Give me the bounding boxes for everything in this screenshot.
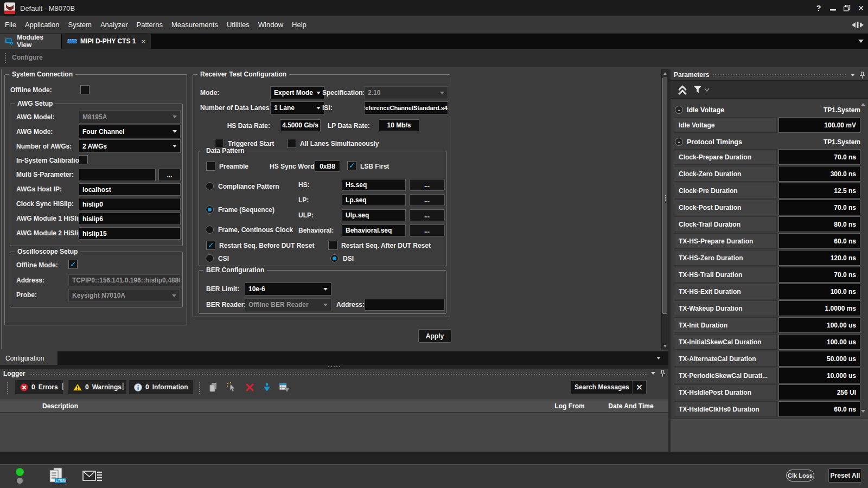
collapse-group-icon[interactable]: ▴ (675, 106, 683, 114)
parameter-value-field[interactable]: 12.5 ns (778, 183, 860, 198)
autoscroll-button[interactable] (261, 381, 273, 393)
awgs-host-ip-field[interactable]: localhost (79, 183, 181, 196)
main-vertical-scrollbar[interactable] (661, 69, 668, 350)
scrollbar-thumb[interactable] (662, 78, 667, 314)
parameter-value-field[interactable]: 256 UI (778, 384, 860, 400)
bottom-tab-chevron-icon[interactable] (656, 357, 661, 359)
in-system-cal-checkbox[interactable] (79, 155, 88, 164)
split-view-icon[interactable] (852, 22, 864, 30)
hs-data-rate-field[interactable]: 4.5000 Gb/s (280, 119, 321, 131)
clear-log-button[interactable] (244, 381, 256, 393)
panel-menu-chevron-icon[interactable] (651, 372, 655, 375)
parameter-value-field[interactable]: 70.0 ns (778, 200, 860, 215)
awg-model-select[interactable]: M8195A (79, 110, 181, 124)
configure-button[interactable]: Configure (12, 54, 43, 61)
errors-filter-button[interactable]: 0 Errors (15, 380, 63, 394)
multi-sparam-browse-button[interactable]: ... (158, 169, 181, 181)
awg-module1-hislip-field[interactable]: hislip6 (79, 213, 181, 225)
scroll-up-icon[interactable] (663, 72, 667, 75)
parameter-value-field[interactable]: 70.0 ns (778, 149, 860, 165)
parameter-value-field[interactable]: 100.00 mV (778, 117, 860, 133)
parameter-value-field[interactable]: 1.0000 ms (778, 300, 860, 316)
parameter-value-field[interactable]: 70.0 ns (778, 267, 860, 282)
warnings-filter-button[interactable]: 0 Warnings (68, 380, 126, 394)
ber-address-field[interactable] (365, 299, 445, 311)
menu-item-help[interactable]: Help (288, 16, 311, 33)
parameter-value-field[interactable]: 60.0 ns (778, 401, 860, 417)
apply-button[interactable]: Apply (418, 329, 451, 343)
pin-icon[interactable] (860, 72, 865, 79)
ulp-seq-browse-button[interactable]: ... (409, 209, 445, 221)
toolbar-grip-icon[interactable] (199, 382, 201, 394)
awg-module2-hislip-field[interactable]: hislip15 (79, 227, 181, 240)
ber-limit-select[interactable]: 10e-6 (245, 282, 331, 296)
close-button[interactable]: ✕ (854, 0, 868, 16)
num-awgs-select[interactable]: 2 AWGs (79, 139, 181, 153)
menu-item-window[interactable]: Window (254, 16, 288, 33)
menu-item-utilities[interactable]: Utilities (222, 16, 254, 33)
awg-mode-select[interactable]: Four Channel (79, 125, 181, 138)
compliance-pattern-radio[interactable] (206, 182, 214, 190)
parameter-value-field[interactable]: 120.0 ns (778, 250, 860, 266)
preamble-checkbox[interactable] (206, 162, 215, 171)
column-date-and-time[interactable]: Date And Time (601, 402, 661, 410)
dsi-radio[interactable] (330, 254, 339, 262)
parameter-value-field[interactable]: 100.0 ns (778, 284, 860, 299)
tab-overflow-chevron-icon[interactable] (858, 40, 864, 43)
offline-mode-checkbox[interactable] (80, 85, 90, 94)
params-scroll-down-icon[interactable] (861, 410, 865, 413)
hs-sync-word-field[interactable]: 0xB8 (315, 160, 340, 172)
parameter-value-field[interactable]: 50.000 us (778, 351, 860, 367)
menu-item-application[interactable]: Application (21, 16, 64, 33)
panel-menu-chevron-icon[interactable] (851, 74, 855, 76)
lsb-first-checkbox[interactable] (347, 161, 356, 170)
menu-item-system[interactable]: System (64, 16, 96, 33)
parameter-value-field[interactable]: 60.0 ns (778, 233, 860, 249)
column-description[interactable]: Description (42, 402, 78, 410)
parameter-value-field[interactable]: 10.000 us (778, 368, 860, 383)
lp-seq-field[interactable]: Lp.seq (342, 194, 406, 206)
csi-radio[interactable] (206, 254, 214, 262)
search-clear-icon[interactable]: ✕ (632, 381, 646, 394)
help-button[interactable]: ? (812, 0, 826, 16)
tab-configuration[interactable]: Configuration (0, 351, 58, 365)
tab-mipi-dphy-cts[interactable]: MIPI D-PHY CTS 1 × (62, 34, 151, 49)
tab-close-icon[interactable]: × (141, 37, 145, 46)
copy-message-button[interactable] (207, 381, 219, 393)
mode-select[interactable]: Expert Mode (270, 86, 324, 99)
isi-field[interactable]: ReferenceChannelStandard.s4p (364, 101, 448, 114)
menu-item-patterns[interactable]: Patterns (132, 16, 167, 33)
behavioral-seq-browse-button[interactable]: ... (409, 224, 445, 236)
column-chooser-button[interactable] (278, 381, 290, 393)
osc-address-field[interactable]: TCPIP0::156.141.0.196::hislip0,4880: (68, 274, 180, 286)
hs-seq-field[interactable]: Hs.seq (342, 179, 406, 191)
column-log-from[interactable]: Log From (545, 402, 594, 410)
pin-icon[interactable] (660, 370, 665, 377)
osc-offline-mode-checkbox[interactable] (68, 260, 78, 269)
information-filter-button[interactable]: 0 Information (129, 380, 193, 394)
menu-item-measurements[interactable]: Measurements (167, 16, 222, 33)
lp-data-rate-field[interactable]: 10 Mb/s (379, 119, 419, 131)
lp-seq-browse-button[interactable]: ... (409, 194, 445, 206)
behavioral-seq-field[interactable]: Behavioral.seq (342, 224, 406, 236)
scroll-down-icon[interactable] (663, 345, 667, 348)
frame-sequence-radio[interactable] (206, 206, 214, 214)
toolbar-grip-icon[interactable] (7, 382, 9, 394)
ulp-seq-field[interactable]: Ulp.seq (342, 209, 406, 221)
restart-before-dut-reset-checkbox[interactable] (206, 241, 215, 250)
parameter-value-field[interactable]: 80.0 ns (778, 216, 860, 232)
parameter-value-field[interactable]: 100.00 us (778, 334, 860, 350)
specification-select[interactable]: 2.10 (364, 86, 448, 99)
toolbar-grip-icon[interactable] (4, 53, 7, 63)
frame-continous-clock-radio[interactable] (206, 226, 214, 234)
collapse-group-icon[interactable]: ▴ (675, 138, 683, 146)
filter-icon[interactable] (693, 85, 702, 94)
ber-reader-select[interactable]: Offline BER Reader (245, 298, 331, 311)
search-messages-input[interactable] (571, 383, 632, 391)
log-file-icon[interactable]: LTSSM (48, 467, 66, 485)
minimize-button[interactable] (826, 0, 840, 16)
all-lanes-checkbox[interactable] (287, 139, 296, 148)
parameter-value-field[interactable]: 300.0 ns (778, 166, 860, 182)
filter-chevron-icon[interactable] (704, 88, 710, 92)
parameter-value-field[interactable]: 100.00 us (778, 317, 860, 333)
